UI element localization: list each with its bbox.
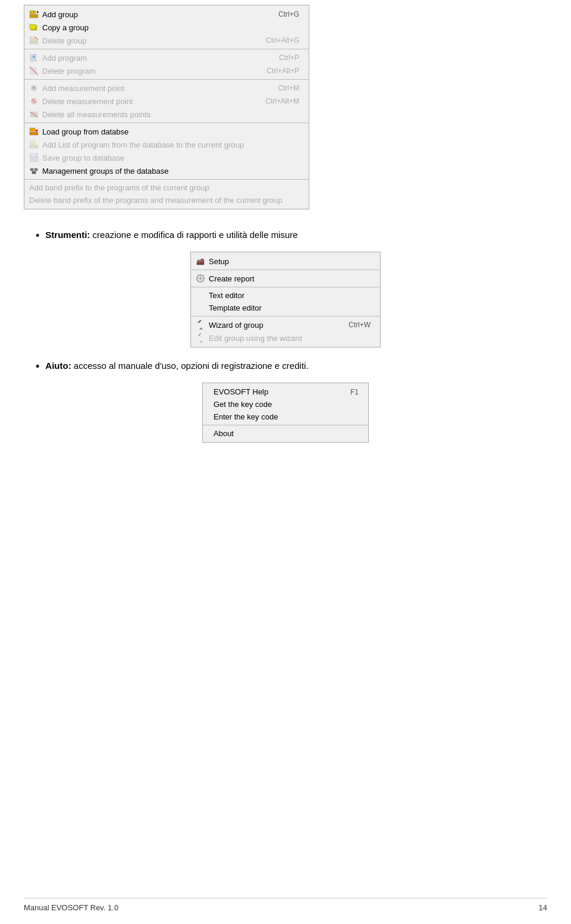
footer-left: Manual EVOSOFT Rev. 1.0 [24, 903, 118, 912]
menu-item-add-group[interactable]: + Add group Ctrl+G [24, 8, 309, 21]
menu-item-get-key-code[interactable]: Get the key code [203, 398, 368, 411]
svg-text:+: + [32, 54, 35, 60]
strumenti-text: Strumenti: creazione e modifica di rappo… [45, 228, 297, 242]
menu-item-edit-wizard[interactable]: Edit group using the wizard [191, 331, 380, 344]
footer: Manual EVOSOFT Rev. 1.0 14 [24, 898, 547, 912]
menu-item-add-program[interactable]: + Add program Ctrl+P [24, 51, 309, 64]
edit-wizard-icon [196, 333, 205, 343]
save-group-icon [29, 153, 39, 162]
groups-menu-section: + Add group Ctrl+G Copy a group [0, 5, 571, 209]
tools-sep-2 [191, 287, 380, 287]
menu-item-load-group[interactable]: Load group from databse [24, 125, 309, 138]
svg-rect-29 [197, 260, 200, 262]
svg-rect-35 [199, 327, 203, 330]
svg-rect-24 [31, 154, 36, 156]
page-content: • Strumenti: creazione e modifica di rap… [0, 209, 571, 478]
help-menu: EVOSOFT Help F1 Get the key code Enter t… [202, 383, 369, 443]
menu-item-delete-group[interactable]: Delete group Ctrl+Alt+G [24, 34, 309, 47]
menu-item-delete-all-measurements[interactable]: Delete all measurements points [24, 108, 309, 121]
footer-right: 14 [539, 903, 547, 912]
add-group-icon: + [29, 10, 39, 19]
menu-item-delete-band-prefix[interactable]: Delete band prefix of the programs and m… [24, 194, 309, 206]
create-report-icon [196, 274, 205, 283]
svg-rect-6 [30, 37, 36, 40]
tools-sep-1 [191, 270, 380, 270]
separator-4 [24, 179, 309, 180]
svg-rect-36 [198, 320, 202, 323]
svg-rect-21 [30, 145, 38, 148]
menu-item-add-measurement[interactable]: + Add measurement point Ctrl+M [24, 82, 309, 95]
help-sep-1 [203, 425, 368, 425]
svg-rect-26 [34, 168, 37, 171]
svg-rect-38 [198, 333, 202, 336]
separator-1 [24, 49, 309, 49]
delete-program-icon [29, 66, 39, 76]
tools-menu-container: Setup Create report Text ed [24, 252, 547, 347]
svg-rect-5 [30, 40, 38, 44]
menu-item-copy-group[interactable]: Copy a group [24, 21, 309, 34]
menu-item-delete-program[interactable]: Delete program Ctrl+Alt+P [24, 64, 309, 77]
svg-rect-4 [30, 24, 36, 29]
delete-measurement-icon [29, 96, 39, 106]
svg-marker-20 [35, 130, 38, 132]
setup-icon [196, 256, 205, 266]
menu-item-delete-measurement[interactable]: Delete measurement point Ctrl+Alt+M [24, 95, 309, 108]
management-groups-icon [29, 166, 39, 176]
menu-item-wizard-group[interactable]: Wizard of group Ctrl+W [191, 318, 380, 331]
menu-item-management-groups[interactable]: Management groups of the database [24, 164, 309, 177]
menu-item-create-report[interactable]: Create report [191, 272, 380, 285]
menu-item-save-group[interactable]: Save group to database [24, 151, 309, 164]
svg-point-31 [202, 260, 203, 262]
menu-item-template-editor[interactable]: Template editor [191, 302, 380, 314]
menu-item-add-list[interactable]: Add List of program from the database to… [24, 138, 309, 151]
menu-item-setup[interactable]: Setup [191, 255, 380, 268]
copy-group-icon [29, 23, 39, 32]
svg-rect-19 [30, 128, 35, 131]
aiuto-section: • Aiuto: accesso al manuale d'uso, opzio… [24, 359, 547, 374]
svg-text:+: + [36, 10, 39, 15]
svg-rect-25 [30, 168, 33, 171]
separator-2 [24, 79, 309, 80]
menu-item-text-editor[interactable]: Text editor [191, 289, 380, 302]
groups-menu: + Add group Ctrl+G Copy a group [24, 5, 309, 209]
bullet-1: • [36, 228, 39, 243]
strumenti-section: • Strumenti: creazione e modifica di rap… [24, 228, 547, 243]
aiuto-text: Aiuto: accesso al manuale d'uso, opzioni… [45, 359, 308, 373]
load-group-icon [29, 127, 39, 136]
add-program-icon: + [29, 53, 39, 62]
wizard-icon [196, 320, 205, 330]
delete-group-icon [29, 36, 39, 45]
menu-item-evosoft-help[interactable]: EVOSOFT Help F1 [203, 386, 368, 398]
help-menu-container: EVOSOFT Help F1 Get the key code Enter t… [24, 383, 547, 443]
svg-rect-22 [30, 141, 35, 145]
menu-item-enter-key-code[interactable]: Enter the key code [203, 411, 368, 423]
menu-item-add-band-prefix[interactable]: Add band prefix to the programs of the c… [24, 181, 309, 194]
bullet-2: • [36, 359, 39, 374]
add-measurement-icon: + [29, 83, 39, 93]
svg-text:+: + [32, 85, 35, 91]
menu-item-about[interactable]: About [203, 427, 368, 440]
svg-rect-1 [30, 11, 36, 14]
add-list-icon [29, 140, 39, 149]
tools-sep-3 [191, 316, 380, 317]
delete-all-measurements-icon [29, 109, 39, 119]
separator-3 [24, 123, 309, 123]
svg-rect-27 [32, 171, 36, 174]
svg-rect-18 [30, 132, 38, 135]
tools-menu: Setup Create report Text ed [190, 252, 381, 347]
svg-rect-37 [199, 340, 203, 343]
